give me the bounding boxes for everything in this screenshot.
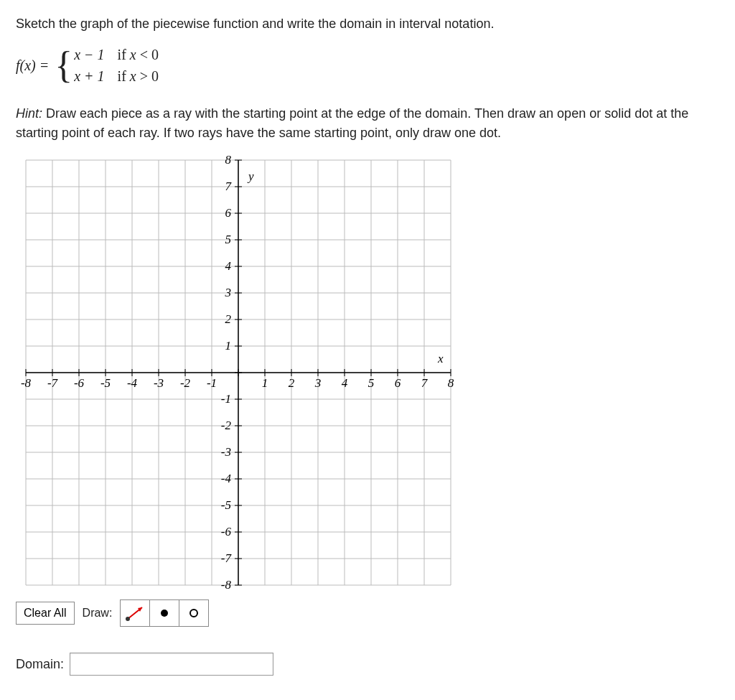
draw-label: Draw:: [75, 599, 121, 627]
svg-text:1: 1: [225, 339, 232, 353]
svg-point-106: [126, 617, 130, 621]
svg-text:6: 6: [225, 206, 232, 220]
domain-input[interactable]: [70, 653, 273, 676]
svg-text:-8: -8: [21, 376, 32, 390]
svg-text:-2: -2: [221, 419, 232, 432]
svg-text:5: 5: [368, 376, 375, 390]
piece1-if: if: [118, 47, 130, 62]
svg-text:-1: -1: [221, 392, 231, 406]
piece1-expression: x − 1: [74, 44, 104, 65]
piecewise-definition: f(x) = { x − 1 if x < 0 x + 1 if x > 0: [16, 44, 719, 87]
piece2-if: if: [118, 68, 130, 84]
left-brace-icon: {: [55, 47, 72, 84]
ray-icon: [125, 605, 145, 622]
svg-text:6: 6: [395, 376, 401, 390]
svg-text:-4: -4: [127, 376, 138, 390]
svg-text:7: 7: [421, 376, 429, 390]
svg-point-107: [161, 610, 168, 617]
clear-all-button[interactable]: Clear All: [16, 602, 75, 625]
problem-instruction: Sketch the graph of the piecewise functi…: [16, 14, 719, 34]
svg-text:y: y: [247, 169, 254, 183]
svg-text:-4: -4: [221, 472, 232, 485]
svg-text:3: 3: [225, 286, 232, 299]
svg-text:1: 1: [262, 376, 268, 390]
svg-text:4: 4: [342, 376, 348, 390]
svg-text:-6: -6: [74, 376, 85, 390]
svg-text:2: 2: [289, 376, 295, 390]
coordinate-plane[interactable]: -8-8-7-7-6-6-5-5-4-4-3-3-2-2-1-111223344…: [16, 150, 461, 595]
svg-text:-3: -3: [221, 445, 231, 459]
svg-text:-7: -7: [47, 376, 59, 390]
hint-text: Draw each piece as a ray with the starti…: [16, 106, 688, 140]
svg-text:4: 4: [225, 259, 232, 273]
closed-dot-icon: [157, 606, 172, 620]
svg-text:-7: -7: [221, 551, 233, 565]
draw-closed-dot-button[interactable]: [149, 599, 179, 627]
piece2-expression: x + 1: [74, 65, 104, 87]
function-lhs: f(x) =: [16, 55, 49, 76]
domain-label: Domain:: [16, 655, 64, 674]
piece1-rel: < 0: [136, 47, 159, 62]
svg-text:x: x: [437, 352, 444, 365]
open-dot-icon: [187, 606, 201, 620]
hint-paragraph: Hint: Draw each piece as a ray with the …: [16, 104, 719, 143]
svg-text:2: 2: [225, 312, 232, 326]
svg-text:5: 5: [225, 233, 232, 246]
draw-ray-button[interactable]: [120, 599, 150, 627]
svg-text:8: 8: [448, 376, 454, 390]
hint-label: Hint:: [16, 106, 42, 121]
piece2-var: x: [130, 68, 136, 84]
svg-text:8: 8: [225, 153, 232, 167]
svg-text:-5: -5: [100, 376, 111, 390]
draw-open-dot-button[interactable]: [179, 599, 209, 627]
svg-point-108: [190, 610, 197, 617]
svg-text:-2: -2: [180, 376, 191, 390]
svg-text:-5: -5: [221, 498, 231, 512]
svg-text:-6: -6: [221, 525, 232, 538]
svg-text:-8: -8: [221, 578, 232, 592]
svg-text:3: 3: [314, 376, 322, 390]
svg-text:-3: -3: [154, 376, 164, 390]
piece1-var: x: [130, 47, 136, 62]
draw-toolbar: Clear All Draw:: [16, 599, 719, 627]
piece2-rel: > 0: [136, 68, 159, 84]
svg-text:-1: -1: [207, 376, 217, 390]
